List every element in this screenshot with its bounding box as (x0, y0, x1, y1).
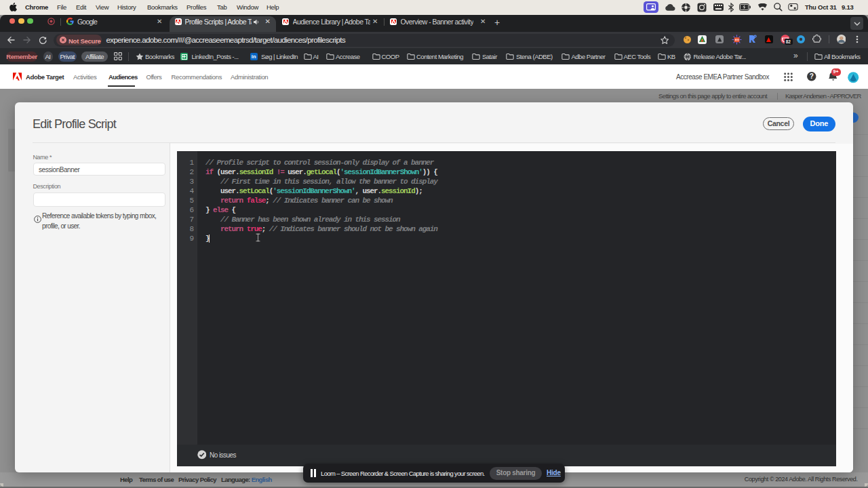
svg-text:?: ? (810, 73, 814, 80)
